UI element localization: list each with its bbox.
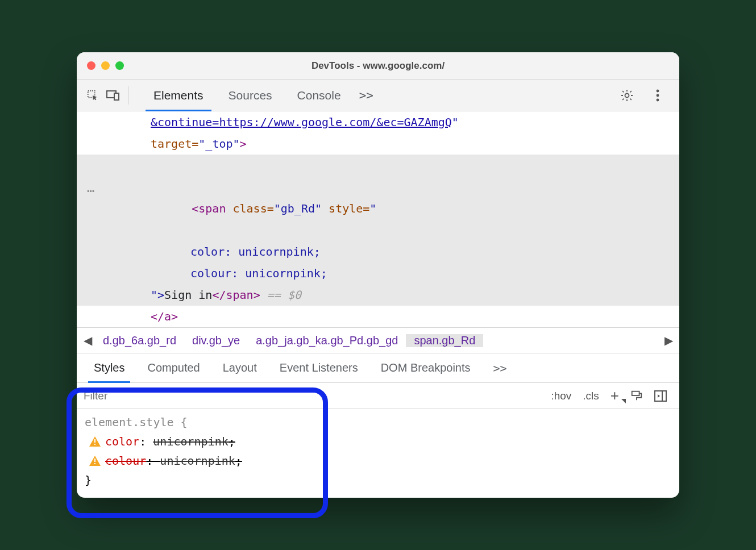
toolbar-right [617, 85, 674, 106]
style-declaration[interactable]: colour: unicornpink; [85, 451, 671, 470]
rule-close-brace: } [85, 470, 671, 490]
css-property[interactable]: colour [105, 454, 146, 468]
breadcrumb-item[interactable]: div.gb_ye [184, 334, 248, 347]
traffic-lights [87, 61, 124, 70]
css-value[interactable]: unicornpink [160, 454, 235, 468]
toggle-sidebar-icon[interactable] [649, 390, 672, 402]
svg-rect-12 [94, 459, 95, 462]
dom-breadcrumb: ◀ d.gb_6a.gb_rd div.gb_ye a.gb_ja.gb_ka.… [77, 327, 679, 353]
new-style-rule-button[interactable]: + [605, 387, 625, 405]
dom-line[interactable]: &continue=https://www.google.com/&ec=GAZ… [77, 111, 679, 133]
svg-rect-10 [94, 439, 95, 443]
style-declaration[interactable]: color: unicornpink; [85, 432, 671, 451]
expand-ellipsis-icon[interactable]: … [87, 176, 95, 200]
breadcrumb-next-icon[interactable]: ▶ [661, 334, 676, 347]
styles-pane[interactable]: element.style { color: unicornpink; colo… [77, 409, 679, 498]
breadcrumb-item[interactable]: d.gb_6a.gb_rd [95, 334, 184, 347]
devtools-window: DevTools - www.google.com/ Elements Sour… [77, 52, 679, 498]
gear-icon[interactable] [617, 85, 637, 106]
window-title: DevTools - www.google.com/ [77, 60, 679, 72]
panel-tabs: Elements Sources Console >> [141, 80, 617, 111]
warning-icon [89, 436, 101, 447]
styles-filter-input[interactable] [84, 390, 545, 402]
svg-point-4 [657, 89, 659, 92]
svg-rect-13 [94, 463, 95, 464]
tabs-overflow[interactable]: >> [354, 80, 379, 111]
sub-tab-event-listeners[interactable]: Event Listeners [268, 353, 369, 382]
divider [128, 86, 128, 105]
maximize-button[interactable] [115, 61, 124, 70]
css-property[interactable]: color [105, 435, 139, 448]
dom-line-selected[interactable]: color: unicornpink; [77, 241, 679, 262]
dom-line[interactable]: target="_top"> [77, 133, 679, 155]
sub-tab-layout[interactable]: Layout [211, 353, 268, 382]
close-button[interactable] [87, 61, 95, 70]
svg-rect-2 [114, 93, 119, 100]
tab-console[interactable]: Console [285, 80, 354, 111]
dom-tree[interactable]: &continue=https://www.google.com/&ec=GAZ… [77, 111, 679, 327]
warning-icon [89, 456, 101, 466]
svg-rect-11 [94, 444, 95, 445]
svg-rect-8 [655, 391, 666, 401]
titlebar: DevTools - www.google.com/ [77, 52, 679, 80]
svg-point-3 [625, 93, 629, 97]
sub-tab-computed[interactable]: Computed [136, 353, 211, 382]
svg-rect-7 [632, 391, 639, 395]
paint-icon[interactable] [625, 390, 649, 402]
cls-button[interactable]: .cls [577, 390, 605, 402]
url-link[interactable]: &continue=https://www.google.com/&ec=GAZ… [151, 115, 452, 129]
tab-sources[interactable]: Sources [216, 80, 285, 111]
breadcrumb-item[interactable]: a.gb_ja.gb_ka.gb_Pd.gb_gd [248, 334, 406, 347]
device-toolbar-icon[interactable] [103, 85, 123, 106]
breadcrumb-item-active[interactable]: span.gb_Rd [406, 334, 483, 347]
css-value[interactable]: unicornpink [153, 435, 228, 448]
dom-line-selected[interactable]: … <span class="gb_Rd" style=" [77, 155, 679, 241]
dom-line-selected[interactable]: colour: unicornpink; [77, 262, 679, 284]
sidebar-tabs: Styles Computed Layout Event Listeners D… [77, 353, 679, 383]
styles-toolbar: :hov .cls + [77, 383, 679, 409]
sub-tab-styles[interactable]: Styles [82, 353, 136, 382]
select-element-icon[interactable] [82, 85, 103, 106]
kebab-menu-icon[interactable] [647, 85, 668, 106]
rule-selector[interactable]: element.style { [85, 413, 671, 432]
sub-tabs-overflow[interactable]: >> [482, 353, 518, 382]
breadcrumb-prev-icon[interactable]: ◀ [80, 334, 95, 347]
main-toolbar: Elements Sources Console >> [77, 80, 679, 111]
minimize-button[interactable] [101, 61, 110, 70]
svg-point-6 [657, 98, 659, 101]
dom-line-selected[interactable]: ">Sign in</span> == $0 [77, 284, 679, 306]
tab-elements[interactable]: Elements [141, 80, 216, 111]
sub-tab-dom-breakpoints[interactable]: DOM Breakpoints [369, 353, 482, 382]
svg-point-5 [657, 94, 659, 97]
hov-button[interactable]: :hov [545, 390, 577, 402]
dom-line[interactable]: </a> [77, 306, 679, 327]
